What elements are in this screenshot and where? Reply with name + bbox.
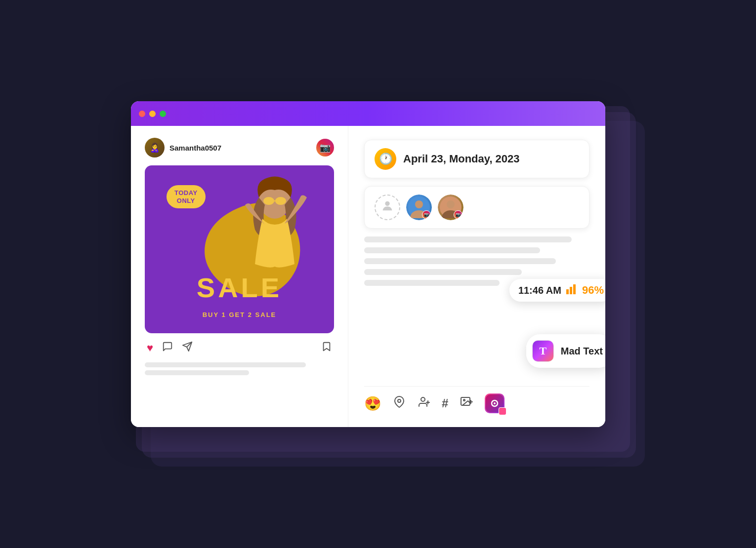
avatars-card: 📷 📷 <box>364 186 589 229</box>
mad-text-icon: T <box>532 340 554 362</box>
svg-point-21 <box>463 399 465 401</box>
svg-rect-12 <box>570 287 572 294</box>
avatar-2-ig-badge: 📷 <box>454 210 462 219</box>
avatar-1[interactable]: 📷 <box>406 195 432 220</box>
svg-point-1 <box>263 197 274 205</box>
svg-point-23 <box>494 402 496 404</box>
badge-text-line2: ONLY <box>174 197 198 205</box>
post-image: TODAY ONLY <box>145 165 334 333</box>
add-person-button[interactable] <box>417 396 430 411</box>
content-line-1 <box>364 236 572 242</box>
content-line-5 <box>364 280 500 286</box>
clock-emoji: 🕐 <box>379 153 392 165</box>
sale-text: SALE <box>145 272 334 304</box>
post-line-2 <box>145 370 249 375</box>
content-line-2 <box>364 247 540 253</box>
svg-rect-24 <box>501 409 502 411</box>
post-line-1 <box>145 362 306 367</box>
percent-text: 96% <box>582 284 604 297</box>
instagram-badge[interactable]: 📷 <box>316 139 334 157</box>
maximize-button[interactable] <box>160 111 166 117</box>
avatar-placeholder[interactable] <box>375 195 400 220</box>
avatar-image: 🙎‍♀️ <box>145 138 165 157</box>
minimize-button[interactable] <box>149 111 156 117</box>
badge-text-line1: TODAY <box>174 189 198 197</box>
instagram-icon: 📷 <box>320 142 331 153</box>
image-add-button[interactable] <box>460 396 473 411</box>
date-card: 🕐 April 23, Monday, 2023 <box>364 140 589 178</box>
actions-left: ♥ <box>147 341 193 354</box>
today-only-badge: TODAY ONLY <box>167 185 206 208</box>
share-icon[interactable] <box>182 341 193 354</box>
svg-rect-26 <box>501 412 502 413</box>
svg-point-6 <box>385 201 389 205</box>
post-actions: ♥ <box>145 341 334 354</box>
post-user: 🙎‍♀️ Samantha0507 <box>145 138 221 157</box>
svg-point-8 <box>415 200 423 208</box>
bookmark-icon[interactable] <box>321 341 332 354</box>
svg-point-10 <box>447 200 455 208</box>
svg-rect-25 <box>503 409 504 411</box>
post-header: 🙎‍♀️ Samantha0507 📷 <box>145 138 334 157</box>
post-text-lines <box>145 362 334 375</box>
hashtag-button[interactable]: # <box>442 396 448 410</box>
content-line-4 <box>364 269 522 275</box>
close-button[interactable] <box>139 111 145 117</box>
avatar: 🙎‍♀️ <box>145 138 165 157</box>
emoji-button[interactable]: 😍 <box>364 395 381 412</box>
comment-icon[interactable] <box>162 341 173 354</box>
chart-icon <box>566 284 577 297</box>
toolbar: 😍 # <box>364 386 589 413</box>
avatar-2[interactable]: 📷 <box>438 195 463 220</box>
svg-point-2 <box>275 197 286 205</box>
svg-rect-11 <box>566 289 569 294</box>
main-window: 🙎‍♀️ Samantha0507 📷 <box>131 101 605 427</box>
buy-text: BUY 1 GET 2 SALE <box>145 311 334 318</box>
svg-rect-13 <box>573 284 576 294</box>
right-panel: 🕐 April 23, Monday, 2023 <box>348 126 605 427</box>
svg-point-14 <box>398 399 401 402</box>
titlebar <box>131 101 605 126</box>
username: Samantha0507 <box>169 144 221 152</box>
content-area: 🙎‍♀️ Samantha0507 📷 <box>131 126 605 427</box>
mad-text-badge[interactable]: T Mad Text <box>526 334 605 368</box>
left-panel: 🙎‍♀️ Samantha0507 📷 <box>131 126 348 427</box>
clock-icon: 🕐 <box>375 148 396 170</box>
svg-point-15 <box>421 397 425 401</box>
content-line-3 <box>364 258 556 264</box>
date-text: April 23, Monday, 2023 <box>403 153 520 165</box>
time-text: 11:46 AM <box>518 285 561 296</box>
avatar-1-ig-badge: 📷 <box>422 210 431 219</box>
heart-icon[interactable]: ♥ <box>147 342 153 354</box>
app-icon-button[interactable] <box>485 393 504 413</box>
time-badge: 11:46 AM 96% <box>509 279 605 302</box>
svg-rect-27 <box>503 412 504 413</box>
location-button[interactable] <box>393 396 405 411</box>
mad-text-label: Mad Text <box>561 346 603 357</box>
person-icon <box>380 199 394 216</box>
